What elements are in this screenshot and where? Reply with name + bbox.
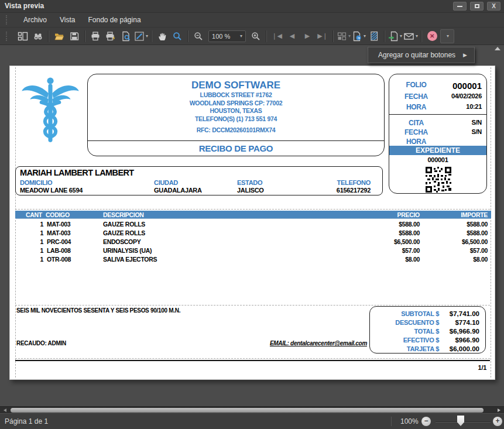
- menu-vista[interactable]: Vista: [53, 13, 81, 26]
- efectivo-label: EFECTIVO $: [370, 337, 439, 344]
- descuento-value: $774.10: [439, 319, 485, 326]
- maximize-icon: [475, 4, 479, 8]
- document-page[interactable]: DEMO SOFTWARE LUBBOCK STREET #1762 WOODL…: [9, 66, 495, 380]
- hora-label: HORA: [389, 103, 443, 111]
- cell-precio: $588.00: [353, 221, 423, 228]
- scale-dropdown-caret[interactable]: ▾: [146, 33, 148, 39]
- domicilio-value: MEADOW LANE 6594: [20, 187, 83, 194]
- toolbar-grip[interactable]: [6, 32, 8, 41]
- scroll-right-arrow[interactable]: [498, 409, 500, 412]
- cell-codigo: MAT-003: [46, 221, 97, 228]
- quick-print-button[interactable]: [104, 29, 118, 43]
- cell-descripcion: ENDOSCOPY: [97, 238, 353, 245]
- folio-box: FOLIO 000001 FECHA 04/02/2026 HORA 10:21…: [389, 74, 487, 194]
- toolbar-separator: [266, 30, 267, 42]
- subtotal-label: SUBTOTAL $: [370, 310, 439, 317]
- exit-preview-button[interactable]: ✕: [425, 29, 439, 43]
- fecha-value: 04/02/2026: [451, 92, 482, 99]
- open-button[interactable]: [52, 29, 66, 43]
- cell-codigo: MAT-003: [46, 229, 97, 236]
- zoom-in-button[interactable]: [249, 29, 263, 43]
- binoculars-icon: [33, 31, 43, 42]
- margin-guide: [15, 358, 490, 359]
- menu-fondo-de-pagina[interactable]: Fondo de página: [81, 13, 147, 26]
- multiple-pages-caret[interactable]: ▾: [348, 33, 351, 39]
- cita-value: S/N: [472, 119, 482, 126]
- scrollbar-thumb[interactable]: [11, 408, 484, 413]
- scale-button[interactable]: ▾: [134, 29, 148, 43]
- watermark-icon: [369, 31, 379, 42]
- watermark-button[interactable]: [367, 29, 381, 43]
- zoom-slider-thumb[interactable]: [457, 416, 464, 426]
- domicilio-label: DOMICILIO: [20, 179, 52, 186]
- cell-importe: $57.00: [423, 247, 491, 254]
- zoom-level-combo[interactable]: 100 % ▾: [208, 30, 246, 42]
- first-page-button[interactable]: ❘◀: [270, 29, 284, 43]
- cita-fecha-label: FECHA: [389, 128, 443, 136]
- zoom-out-button[interactable]: [191, 29, 205, 43]
- menu-item-add-remove-buttons[interactable]: Agregar o quitar botones: [378, 51, 463, 59]
- title-bar: Vista previa X: [0, 0, 504, 13]
- cell-precio: $57.00: [353, 247, 423, 254]
- folio-label: FOLIO: [389, 81, 443, 89]
- table-row: 1 MAT-003 GAUZE ROLLS $588.00 $588.00: [15, 220, 491, 228]
- maximize-button[interactable]: [470, 2, 484, 11]
- find-button[interactable]: [31, 29, 45, 43]
- export-document-caret[interactable]: ▾: [400, 33, 402, 39]
- toolbar-options-button[interactable]: ▾: [440, 29, 454, 43]
- multiple-pages-icon: [337, 31, 347, 42]
- hand-tool-button[interactable]: [155, 29, 169, 43]
- page-setup-button[interactable]: [119, 29, 133, 43]
- zoom-combo-caret[interactable]: ▾: [240, 33, 242, 39]
- zoom-tool-button[interactable]: [170, 29, 184, 43]
- hand-icon: [157, 31, 167, 42]
- tarjeta-value: $6,000.00: [439, 345, 485, 352]
- cell-importe: $6,500.00: [423, 238, 491, 245]
- print-button[interactable]: [88, 29, 102, 43]
- zoom-out-slider-button[interactable]: −: [421, 417, 431, 426]
- table-row: 1 OTR-008 SALIVA EJECTORS $8.00 $8.00: [15, 255, 491, 263]
- cita-fecha-value: S/N: [472, 128, 482, 135]
- cell-cant: 1: [15, 256, 46, 263]
- export-caret[interactable]: ▾: [364, 33, 366, 39]
- save-button[interactable]: [67, 29, 81, 43]
- cell-importe: $8.00: [423, 256, 491, 263]
- total-value: $6,966.90: [439, 328, 485, 335]
- menu-grip[interactable]: [6, 15, 8, 25]
- cell-descripcion: GAUZE ROLLS: [97, 221, 353, 228]
- clinic-rfc: RFC: DCCM20260101RMX74: [88, 126, 384, 133]
- table-row: 1 PRC-004 ENDOSCOPY $6,500.00 $6,500.00: [15, 238, 491, 246]
- close-button[interactable]: X: [487, 2, 500, 11]
- previous-page-button[interactable]: ◀: [285, 29, 299, 43]
- export-document-button[interactable]: ▾: [388, 29, 402, 43]
- toolbar-options-menu: Agregar o quitar botones ▶: [368, 47, 475, 63]
- status-separator: [391, 417, 392, 426]
- next-page-button[interactable]: ▶: [300, 29, 314, 43]
- qr-code: [426, 167, 451, 193]
- hora-value: 10:21: [466, 103, 482, 110]
- horizontal-scrollbar[interactable]: [0, 406, 504, 413]
- send-email-caret[interactable]: ▾: [416, 33, 418, 39]
- export-button[interactable]: ▾: [352, 29, 366, 43]
- folio-value: 000001: [452, 81, 482, 91]
- zoom-in-slider-button[interactable]: +: [493, 417, 502, 426]
- scroll-left-arrow[interactable]: [4, 409, 6, 412]
- clinic-address-line3: HOUSTON, TEXAS: [88, 107, 384, 115]
- patient-name: MARIAH LAMBERT LAMBERT: [20, 168, 134, 177]
- clinic-address-line1: LUBBOCK STREET #1762: [88, 91, 384, 99]
- scroll-up-indicator[interactable]: [495, 47, 500, 50]
- multiple-pages-button[interactable]: ▾: [337, 29, 351, 43]
- caduceus-logo: [20, 75, 80, 146]
- total-label: TOTAL $: [370, 328, 439, 335]
- ciudad-label: CIUDAD: [154, 179, 178, 186]
- page-setup-icon: [121, 31, 131, 42]
- cell-importe: $588.00: [423, 229, 491, 236]
- minimize-button[interactable]: [453, 2, 467, 11]
- clinic-name: DEMO SOFTWARE: [88, 80, 384, 91]
- folio-divider: [389, 114, 486, 115]
- thumbnails-button[interactable]: [16, 29, 30, 43]
- clinic-address-line2: WOODLAND SPRINGS CP: 77002: [88, 99, 384, 108]
- send-email-button[interactable]: ▾: [403, 29, 418, 43]
- menu-archivo[interactable]: Archivo: [17, 13, 53, 26]
- last-page-button[interactable]: ▶❘: [316, 29, 330, 43]
